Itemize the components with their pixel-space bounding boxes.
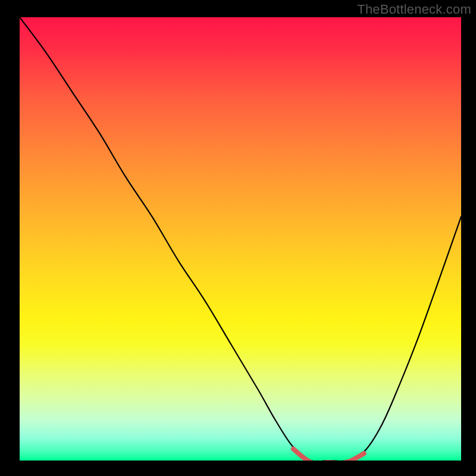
optimal-marker-svg — [20, 17, 461, 461]
watermark-text: TheBottleneck.com — [357, 2, 471, 17]
optimal-marker-path — [293, 449, 364, 461]
plot-area — [20, 17, 461, 461]
chart-frame: TheBottleneck.com — [0, 0, 476, 476]
